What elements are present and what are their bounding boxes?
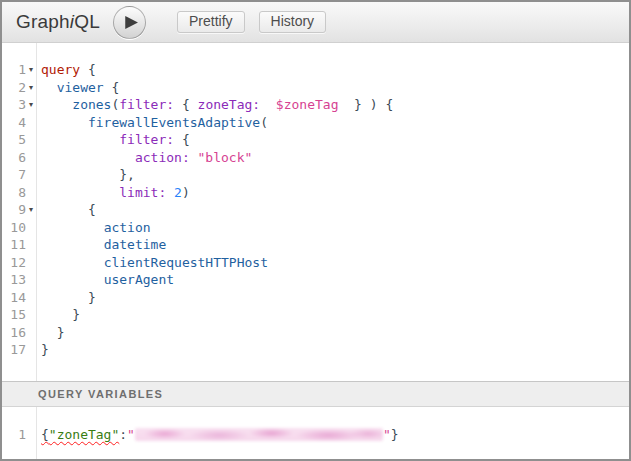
execute-query-button[interactable] (113, 6, 146, 39)
fold-spacer (26, 236, 36, 254)
code-token: { (80, 62, 96, 77)
line-number: 16 (2, 324, 26, 342)
line-gutter: 9▾ (2, 201, 36, 219)
code-token: } (41, 290, 96, 305)
code-text: { (36, 201, 96, 219)
query-editor[interactable]: 1▾query {2▾ viewer {3▾ zones(filter: { z… (2, 43, 629, 381)
logo-text: Graph (16, 11, 70, 32)
code-line: 11 datetime (2, 236, 629, 254)
code-line: 1▾query { (2, 61, 629, 79)
fold-spacer (26, 166, 36, 184)
query-variables-editor[interactable]: 1{"zoneTag":""} (2, 407, 629, 459)
code-token: query (41, 62, 80, 77)
fold-spacer (26, 131, 36, 149)
line-number: 11 (2, 236, 26, 254)
code-token: $zoneTag (276, 97, 339, 112)
line-gutter: 5 (2, 131, 36, 149)
code-token: firewallEventsAdaptive (88, 115, 260, 130)
code-token: filter: (119, 132, 174, 147)
line-gutter: 13 (2, 271, 36, 289)
code-token: } (41, 325, 64, 340)
code-line: 16 } (2, 324, 629, 342)
code-text: }, (36, 166, 135, 184)
fold-spacer (26, 219, 36, 237)
code-token: } ) { (338, 97, 393, 112)
code-line: 9▾ { (2, 201, 629, 219)
code-line: 13 userAgent (2, 271, 629, 289)
code-token: } (391, 427, 399, 442)
code-token (41, 185, 119, 200)
line-number: 10 (2, 219, 26, 237)
line-gutter: 2▾ (2, 79, 36, 97)
line-number: 3 (2, 96, 26, 114)
line-gutter: 14 (2, 289, 36, 307)
play-icon (114, 6, 145, 39)
prettify-button[interactable]: Prettify (177, 11, 245, 33)
query-variables-title-bar[interactable]: Query Variables (2, 381, 629, 407)
code-token: : (119, 427, 127, 442)
code-token: { (104, 80, 120, 95)
code-token: } (41, 342, 49, 357)
code-text: firewallEventsAdaptive( (36, 114, 268, 132)
line-gutter: 4 (2, 114, 36, 132)
code-line: 8 limit: 2) (2, 184, 629, 202)
line-gutter: 1 (2, 426, 36, 444)
code-text: action: "block" (36, 149, 252, 167)
code-token (41, 80, 57, 95)
query-variables-title: Query Variables (38, 388, 163, 400)
line-number: 9 (2, 201, 26, 219)
code-line: 3▾ zones(filter: { zoneTag: $zoneTag } )… (2, 96, 629, 114)
fold-arrow-icon[interactable]: ▾ (26, 201, 36, 219)
code-line: 17} (2, 341, 629, 359)
code-token: viewer (57, 80, 104, 95)
fold-spacer (26, 184, 36, 202)
line-gutter: 11 (2, 236, 36, 254)
code-line: 7 }, (2, 166, 629, 184)
code-token: ) (182, 185, 190, 200)
code-text: action (36, 219, 151, 237)
line-gutter: 17 (2, 341, 36, 359)
line-gutter: 16 (2, 324, 36, 342)
code-token: action (104, 220, 151, 235)
code-line: 15 } (2, 306, 629, 324)
history-button[interactable]: History (259, 11, 327, 33)
code-token: limit: (119, 185, 166, 200)
line-gutter: 10 (2, 219, 36, 237)
code-token: } (41, 307, 80, 322)
code-token (41, 272, 104, 287)
line-gutter: 7 (2, 166, 36, 184)
fold-spacer (26, 149, 36, 167)
code-token: "block" (198, 150, 253, 165)
fold-spacer (26, 271, 36, 289)
fold-arrow-icon[interactable]: ▾ (26, 79, 36, 97)
fold-arrow-icon[interactable]: ▾ (26, 61, 36, 79)
fold-spacer (26, 324, 36, 342)
code-token: }, (41, 167, 135, 182)
line-number: 17 (2, 341, 26, 359)
line-number: 13 (2, 271, 26, 289)
fold-spacer (26, 114, 36, 132)
code-token: " (383, 427, 391, 442)
fold-spacer (26, 289, 36, 307)
code-token (41, 255, 104, 270)
fold-arrow-icon[interactable]: ▾ (26, 96, 36, 114)
line-gutter: 6 (2, 149, 36, 167)
code-token: clientRequestHTTPHost (104, 255, 268, 270)
code-line: 6 action: "block" (2, 149, 629, 167)
logo-text-end: QL (74, 11, 100, 32)
code-token: 2 (174, 185, 182, 200)
code-text: {"zoneTag":""} (36, 426, 399, 444)
line-number: 4 (2, 114, 26, 132)
lint-error-span: {"zoneTag" (41, 427, 119, 442)
code-token (190, 150, 198, 165)
code-line: 12 clientRequestHTTPHost (2, 254, 629, 272)
code-line: 5 filter: { (2, 131, 629, 149)
fold-spacer (26, 306, 36, 324)
code-text: userAgent (36, 271, 174, 289)
code-token (260, 97, 276, 112)
line-number: 12 (2, 254, 26, 272)
code-token: zoneTag: (198, 97, 261, 112)
code-token (41, 220, 104, 235)
code-text: zones(filter: { zoneTag: $zoneTag } ) { (36, 96, 393, 114)
toolbar: GraphiQL Prettify History (2, 2, 629, 43)
